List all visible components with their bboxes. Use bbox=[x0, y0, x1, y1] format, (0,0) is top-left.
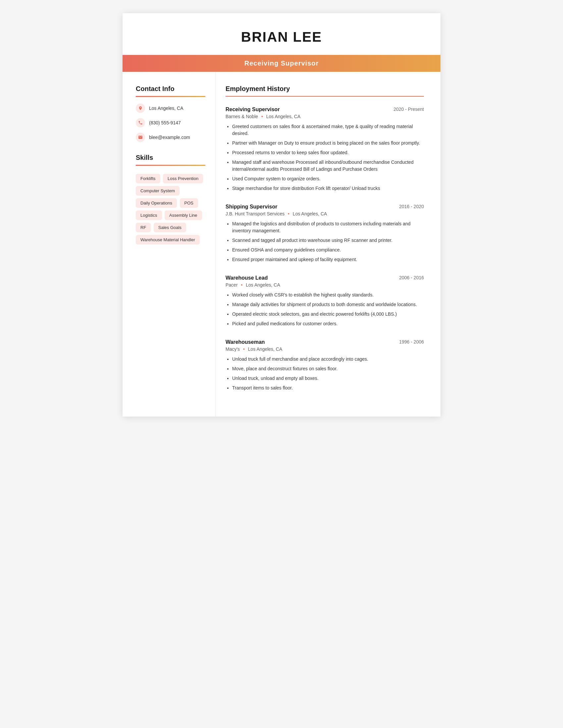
right-content: Employment History Receiving Supervisor … bbox=[215, 72, 441, 417]
job-header-3: Warehouse Lead 2006 - 2016 bbox=[225, 275, 424, 281]
skill-tag: Sales Goals bbox=[154, 223, 186, 232]
skill-tag: Forklifts bbox=[136, 174, 160, 183]
job-title-3: Warehouse Lead bbox=[225, 275, 267, 281]
job-entry-1: Receiving Supervisor 2020 - Present Barn… bbox=[225, 107, 424, 192]
bullet-item: Scanned and tagged all product into ware… bbox=[232, 237, 424, 244]
resume-container: BRIAN LEE Receiving Supervisor Contact I… bbox=[122, 13, 441, 417]
job-bullets-4: Unload truck full of merchandise and pla… bbox=[225, 356, 424, 391]
candidate-name: BRIAN LEE bbox=[129, 29, 434, 45]
bullet-item: Managed staff and warehouse Processed al… bbox=[232, 159, 424, 173]
bullet-item: Picked and pulled medications for custom… bbox=[232, 320, 424, 327]
location-text: Los Angeles, CA bbox=[149, 106, 183, 111]
skill-tag: POS bbox=[180, 198, 198, 208]
job-header-2: Shipping Supervisor 2016 - 2020 bbox=[225, 204, 424, 210]
bullet-item: Manage daily activities for shipment of … bbox=[232, 301, 424, 308]
bullet-item: Transport items to sales floor. bbox=[232, 385, 424, 391]
bullet-item: Greeted customers on sales floor & ascer… bbox=[232, 123, 424, 137]
contact-section-title: Contact Info bbox=[136, 85, 205, 93]
job-company-3: Pacer • Los Angeles, CA bbox=[225, 282, 424, 288]
job-bullets-3: Worked closely with CSR's to establish t… bbox=[225, 292, 424, 327]
bullet-item: Processed returns to vendor to keep sale… bbox=[232, 149, 424, 156]
contact-divider bbox=[136, 96, 205, 97]
bullet-item: Managed the logistics and distribution o… bbox=[232, 220, 424, 234]
skill-tag: Warehouse Material Handler bbox=[136, 235, 200, 245]
skill-tag: Logistics bbox=[136, 210, 162, 220]
email-text: blee@example.com bbox=[149, 135, 190, 140]
job-title-4: Warehouseman bbox=[225, 339, 265, 345]
bullet-item: Used Computer system to organize orders. bbox=[232, 175, 424, 182]
bullet-item: Operated electric stock selectors, gas a… bbox=[232, 311, 424, 318]
job-entry-3: Warehouse Lead 2006 - 2016 Pacer • Los A… bbox=[225, 275, 424, 327]
job-company-2: J.B. Hunt Transport Services • Los Angel… bbox=[225, 211, 424, 216]
bullet-item: Unload truck full of merchandise and pla… bbox=[232, 356, 424, 363]
phone-text: (830) 555-9147 bbox=[149, 120, 181, 125]
bullet-item: Worked closely with CSR's to establish t… bbox=[232, 292, 424, 298]
skill-tag: Daily Operations bbox=[136, 198, 177, 208]
job-title-banner: Receiving Supervisor bbox=[244, 60, 319, 67]
employment-section-title: Employment History bbox=[225, 85, 424, 93]
contact-location: Los Angeles, CA bbox=[136, 104, 205, 113]
phone-icon bbox=[136, 118, 145, 127]
skill-tag: Loss Prevention bbox=[163, 174, 203, 183]
bullet-item: Unload truck, unload and empty all boxes… bbox=[232, 375, 424, 382]
job-entry-2: Shipping Supervisor 2016 - 2020 J.B. Hun… bbox=[225, 204, 424, 263]
job-company-1: Barnes & Noble • Los Angeles, CA bbox=[225, 114, 424, 119]
contact-email: blee@example.com bbox=[136, 133, 205, 142]
job-bullets-2: Managed the logistics and distribution o… bbox=[225, 220, 424, 263]
bullet-item: Move, place and deconstruct fixtures on … bbox=[232, 365, 424, 372]
bullet-item: Partner with Manager on Duty to ensure p… bbox=[232, 140, 424, 147]
skills-section-title: Skills bbox=[136, 154, 205, 161]
job-dates-3: 2006 - 2016 bbox=[399, 275, 424, 280]
skills-divider bbox=[136, 165, 205, 166]
skills-section: Skills Forklifts Loss Prevention Compute… bbox=[136, 154, 205, 246]
job-dates-4: 1996 - 2006 bbox=[399, 339, 424, 344]
skill-tag: Assembly Line bbox=[164, 210, 202, 220]
job-dates-2: 2016 - 2020 bbox=[399, 204, 424, 209]
location-icon bbox=[136, 104, 145, 113]
bullet-item: Ensured proper maintained and upkeep of … bbox=[232, 256, 424, 263]
skill-tag: RF bbox=[136, 223, 151, 232]
main-layout: Contact Info Los Angeles, CA bbox=[122, 72, 441, 417]
job-dates-1: 2020 - Present bbox=[394, 107, 424, 112]
sidebar: Contact Info Los Angeles, CA bbox=[122, 72, 215, 417]
job-entry-4: Warehouseman 1996 - 2006 Macy's • Los An… bbox=[225, 339, 424, 391]
job-company-4: Macy's • Los Angeles, CA bbox=[225, 346, 424, 352]
job-header-1: Receiving Supervisor 2020 - Present bbox=[225, 107, 424, 113]
contact-phone: (830) 555-9147 bbox=[136, 118, 205, 127]
job-title-2: Shipping Supervisor bbox=[225, 204, 277, 210]
contact-section: Contact Info Los Angeles, CA bbox=[136, 85, 205, 142]
bullet-item: Ensured OSHA and company guidelines comp… bbox=[232, 247, 424, 253]
job-bullets-1: Greeted customers on sales floor & ascer… bbox=[225, 123, 424, 192]
header-section: BRIAN LEE bbox=[122, 13, 441, 52]
employment-divider bbox=[225, 96, 424, 97]
skills-tags-container: Forklifts Loss Prevention Computer Syste… bbox=[136, 172, 205, 246]
job-header-4: Warehouseman 1996 - 2006 bbox=[225, 339, 424, 345]
skill-tag: Computer System bbox=[136, 186, 179, 196]
bullet-item: Stage merchandise for store distribution… bbox=[232, 185, 424, 192]
job-title-1: Receiving Supervisor bbox=[225, 107, 280, 113]
title-banner: Receiving Supervisor bbox=[122, 55, 441, 72]
email-icon bbox=[136, 133, 145, 142]
